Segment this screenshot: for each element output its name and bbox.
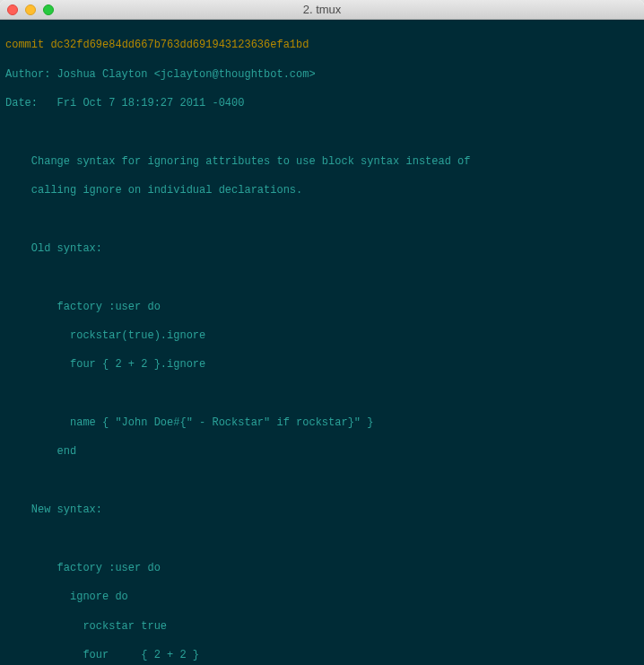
commit-msg-line: rockstar true	[5, 619, 639, 634]
titlebar[interactable]: 2. tmux	[0, 0, 644, 20]
commit-msg-line: name { "John Doe#{" - Rockstar" if rocks…	[5, 416, 639, 430]
commit-msg-line: ignore do	[5, 590, 639, 604]
blank-line	[5, 125, 639, 139]
close-icon[interactable]	[7, 4, 18, 15]
blank-line	[5, 532, 639, 547]
minimize-icon[interactable]	[25, 4, 36, 15]
window-title: 2. tmux	[303, 3, 342, 16]
date-line: Date: Fri Oct 7 18:19:27 2011 -0400	[5, 96, 639, 110]
author-line: Author: Joshua Clayton <jclayton@thought…	[5, 67, 639, 82]
commit-msg-line: four { 2 + 2 }	[5, 648, 639, 662]
commit-hash: dc32fd69e84dd667b763dd691943123636efa1bd	[50, 39, 309, 51]
commit-msg-line: four { 2 + 2 }.ignore	[5, 357, 639, 372]
commit-msg-line: Change syntax for ignoring attributes to…	[5, 154, 639, 169]
blank-line	[5, 387, 639, 401]
maximize-icon[interactable]	[43, 4, 54, 15]
commit-line: commit dc32fd69e84dd667b763dd69194312363…	[5, 38, 639, 52]
blank-line	[5, 474, 639, 488]
traffic-lights	[7, 4, 54, 15]
terminal-window: 2. tmux commit dc32fd69e84dd667b763dd691…	[0, 0, 644, 665]
blank-line	[5, 212, 639, 226]
commit-msg-line: rockstar(true).ignore	[5, 328, 639, 343]
commit-msg-line: New syntax:	[5, 503, 639, 517]
terminal-content[interactable]: commit dc32fd69e84dd667b763dd69194312363…	[0, 20, 644, 665]
commit-msg-line: end	[5, 444, 639, 459]
commit-msg-line: Old syntax:	[5, 241, 639, 256]
commit-msg-line: calling ignore on individual declaration…	[5, 183, 639, 197]
blank-line	[5, 270, 639, 284]
commit-label: commit	[5, 39, 44, 51]
commit-msg-line: factory :user do	[5, 561, 639, 575]
commit-msg-line: factory :user do	[5, 300, 639, 314]
